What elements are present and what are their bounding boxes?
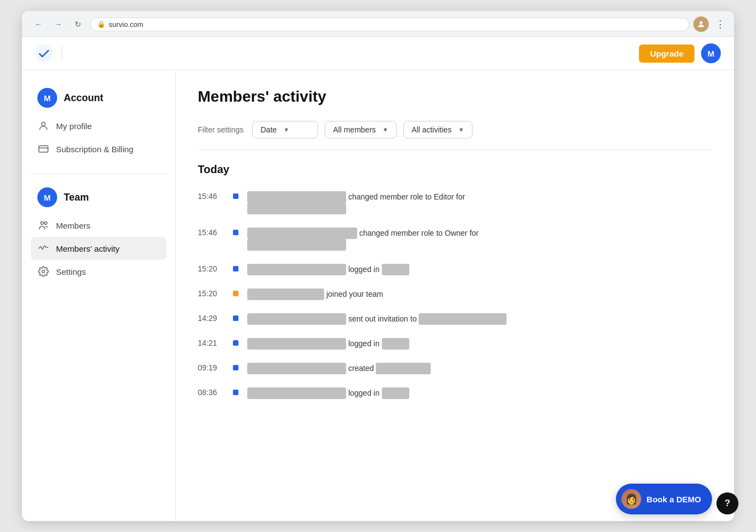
svg-point-5 [41,221,43,224]
header-actions: Upgrade M [639,43,721,63]
activities-chevron-icon: ▼ [458,126,464,133]
app-header: Upgrade M [22,37,734,70]
activity-dot-blue [233,315,238,321]
my-profile-label: My profile [56,121,92,131]
activity-text: sent out invitation to [247,313,712,325]
activities-filter-label: All activities [412,125,452,134]
activity-row: 15:46 changed member role to Editor for [198,185,712,221]
sidebar-item-settings[interactable]: Settings [31,260,166,283]
sidebar-item-members[interactable]: Members [31,214,166,237]
app-body: M Account My profile [22,70,734,521]
members-filter-label: All members [333,125,376,134]
date-filter-label: Date [260,125,277,134]
url-text: survio.com [109,20,143,29]
blurred-app [382,338,409,350]
activity-time: 08:36 [198,387,224,397]
activity-text: created [247,363,712,374]
back-button[interactable]: ← [31,16,46,32]
blurred-user [247,289,324,300]
activity-time: 09:19 [198,363,224,372]
svg-point-0 [699,21,702,24]
help-button[interactable]: ? [716,492,738,514]
date-chevron-icon: ▼ [284,126,290,133]
team-section-title: Team [64,192,89,203]
members-label: Members [56,221,91,230]
settings-label: Settings [56,267,86,276]
svg-point-6 [45,221,47,224]
account-section-header: M Account [31,84,166,112]
browser-chrome: ← → ↻ 🔒 survio.com ⋮ [22,11,734,37]
sidebar-item-members-activity[interactable]: Members' activity [31,237,166,260]
browser-menu-button[interactable]: ⋮ [715,18,725,30]
person-icon [37,120,49,132]
gear-icon [37,265,49,278]
book-demo-button[interactable]: 👩 Book a DEMO [616,484,712,514]
blurred-user [247,228,357,239]
activity-time: 14:21 [198,338,224,347]
blurred-item [376,363,431,374]
subscription-label: Subscription & Billing [56,145,134,154]
sidebar-item-subscription[interactable]: Subscription & Billing [31,137,166,160]
page-title: Members' activity [198,88,712,106]
activity-text: changed member role to Owner for [247,228,712,251]
activity-list: 15:46 changed member role to Editor for [198,185,712,406]
svg-point-2 [42,122,46,126]
activity-dot-blue [233,365,238,370]
activity-dot-blue [233,193,238,199]
team-section-header: M Team [31,183,166,212]
blurred-target [419,313,507,325]
blurred-app [382,387,409,399]
members-chevron-icon: ▼ [382,126,388,133]
filter-label: Filter settings [198,125,243,134]
activity-dot-orange [233,291,238,296]
activity-dot-blue [233,230,238,235]
date-filter[interactable]: Date ▼ [252,121,318,138]
user-avatar[interactable]: M [701,43,721,63]
activity-text: changed member role to Editor for [247,191,712,214]
main-content: Members' activity Filter settings Date ▼… [176,70,734,521]
activity-dot-blue [233,390,238,395]
card-icon [37,143,49,155]
activity-time: 15:46 [198,228,224,237]
team-section: M Team Members [22,183,175,292]
activity-time: 14:29 [198,313,224,323]
logo-divider [62,46,62,61]
account-section-title: Account [64,92,103,104]
activity-time: 15:20 [198,289,224,298]
people-icon [37,219,49,231]
sidebar-item-my-profile[interactable]: My profile [31,114,166,137]
activity-row: 15:20 logged in [198,257,712,282]
logo-icon [35,45,53,62]
browser-window: ← → ↻ 🔒 survio.com ⋮ Upgrade [22,11,734,521]
blurred-user [247,264,346,275]
demo-avatar: 👩 [621,489,641,509]
activity-row: 09:19 created [198,356,712,381]
filter-bar: Filter settings Date ▼ All members ▼ All… [198,121,712,150]
activity-text: logged in [247,338,712,350]
app-logo [35,45,66,62]
help-label: ? [725,498,730,509]
blurred-target [247,203,346,214]
blurred-user [247,313,346,325]
blurred-user [247,191,346,203]
members-filter[interactable]: All members ▼ [325,121,397,138]
book-demo-label: Book a DEMO [647,495,701,504]
blurred-user [247,363,346,374]
activity-time: 15:46 [198,191,224,201]
today-section-header: Today [198,163,712,176]
activity-icon [37,242,49,254]
account-section: M Account My profile [22,84,175,169]
address-bar[interactable]: 🔒 survio.com [90,18,689,31]
chrome-profile-icon[interactable] [693,16,709,32]
activity-text: joined your team [247,289,712,300]
activity-row: 08:36 logged in [198,381,712,406]
lock-icon: 🔒 [97,20,105,28]
refresh-button[interactable]: ↻ [70,16,86,32]
upgrade-button[interactable]: Upgrade [639,45,694,63]
activities-filter[interactable]: All activities ▼ [403,121,472,138]
forward-button[interactable]: → [51,16,66,32]
svg-point-7 [42,270,45,273]
blurred-user [247,387,346,399]
sidebar: M Account My profile [22,70,176,521]
activity-dot-blue [233,340,238,346]
